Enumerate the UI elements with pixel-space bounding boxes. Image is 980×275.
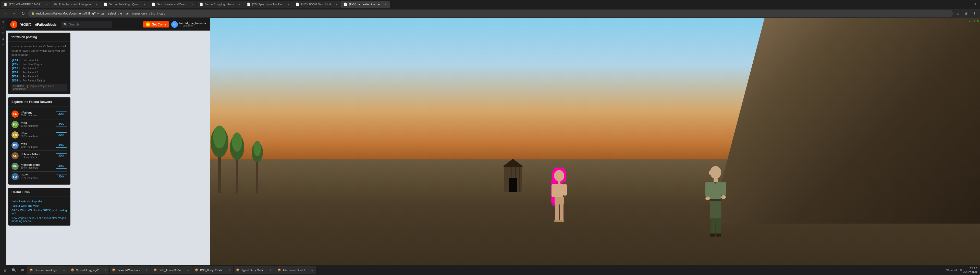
tab-tab2[interactable]: 🎮 Roleplay: start of the gam... ✕ — [51, 1, 101, 8]
join-button[interactable]: JOIN — [56, 153, 67, 158]
tab-close[interactable]: ✕ — [286, 3, 290, 6]
svg-point-32 — [710, 166, 721, 179]
taskbar-download-item[interactable]: 📦 Sexout-Wear-and-T-...7z ∧ — [110, 266, 151, 274]
svg-rect-46 — [716, 234, 721, 237]
search-box[interactable]: 🔍 — [61, 21, 112, 28]
back-button[interactable]: ← — [2, 10, 9, 17]
search-taskbar-button[interactable]: 🔍 — [10, 266, 18, 274]
taskbar-download-item[interactable]: 📦 Type6 Sexy Outfits-...zip ∧ — [234, 266, 275, 274]
start-button[interactable]: ⊞ — [1, 266, 9, 274]
reload-button[interactable]: ↻ — [19, 10, 27, 17]
tab-tab5[interactable]: 📄 SexoutDrugging - Fram... ✕ — [197, 1, 244, 8]
address-bar[interactable]: 🔒 reddit.com/r/FalloutMods/comments/7ffl… — [28, 10, 953, 17]
taskbar-item-label: BN8_Armor-35047-...7z — [159, 269, 185, 272]
game-view: 76 FPS — [210, 18, 980, 275]
tab-title: SexoutDrugging - Fram... — [205, 3, 236, 6]
join-button[interactable]: JOIN — [56, 174, 67, 179]
taskbar-download-item[interactable]: 📦 BN8_Armor-35047-...7z ∧ — [151, 266, 192, 274]
tab-title: EN8's BDSM files - Mod... — [301, 3, 333, 6]
taskbar-chevron-icon[interactable]: ∧ — [103, 269, 107, 272]
tab-close[interactable]: ✕ — [334, 3, 338, 6]
sidebar-btn-5[interactable]: ⊕ — [0, 42, 6, 47]
taskbar-chevron-icon[interactable]: ∧ — [310, 269, 314, 272]
network-card-body: FA r/Fallout 602k members JOIN FO r/fo3 … — [8, 106, 70, 184]
settings-button[interactable]: ⋮ — [971, 10, 978, 17]
taskbar-download-item[interactable]: 📦 BN8_Body-35047-1-0-7z ∧ — [192, 266, 233, 274]
sidebar-btn-1[interactable]: ↺ — [0, 19, 6, 24]
svg-rect-28 — [555, 203, 558, 221]
taskbar-close-button[interactable]: ✕ — [959, 269, 963, 272]
fallout-network-card: Explore the Fallout Network FA r/Fallout… — [8, 97, 70, 185]
new-tab-button[interactable]: + — [972, 1, 979, 8]
taskbar-chevron-icon[interactable]: ∧ — [145, 269, 148, 272]
tab-tab4[interactable]: 📄 Sexout Wear and Tear -... ✕ — [149, 1, 197, 8]
useful-link[interactable]: Fallout Wiki - Nukapedia — [11, 199, 67, 204]
game-shed — [503, 159, 523, 193]
tab-bar: 📋 [274] WE ADDED 6 MOR... ✕ 🎮 Roleplay: … — [0, 0, 980, 9]
network-info: r/classicfallout 8.6k members — [21, 153, 54, 159]
taskbar-chevron-icon[interactable]: ∧ — [228, 269, 231, 272]
tab-close[interactable]: ✕ — [238, 3, 242, 6]
join-button[interactable]: JOIN — [56, 133, 67, 137]
tag-code: [FO4]: — [11, 58, 22, 62]
join-button[interactable]: JOIN — [56, 143, 67, 148]
taskbar-chevron-icon[interactable]: ∧ — [186, 269, 190, 272]
network-info: r/Fallout 602k members — [21, 111, 54, 117]
tab-close[interactable]: ✕ — [45, 3, 48, 6]
tab-close[interactable]: ✕ — [383, 3, 387, 6]
join-button[interactable]: JOIN — [56, 122, 67, 127]
sidebar-btn-4[interactable]: ♟ — [0, 36, 6, 41]
taskbar-download-item[interactable]: 📦 Alternative Start 1-5-...7z ∧ — [275, 266, 316, 274]
tag-desc: For New Vegas — [23, 63, 42, 66]
svg-point-5 — [232, 133, 242, 152]
useful-link[interactable]: New Vegas Nexus - For all your New Vegas… — [11, 216, 67, 223]
bookmark-button[interactable]: ☆ — [955, 10, 962, 17]
network-item: FO r/fo4 203k members JOIN — [11, 140, 67, 151]
taskbar-chevron-icon[interactable]: ∧ — [62, 269, 66, 272]
sidebar-btn-2[interactable]: ☆ — [0, 25, 6, 30]
sidebar-btn-3[interactable]: ⊡ — [0, 30, 6, 36]
browser-chrome: 📋 [274] WE ADDED 6 MOR... ✕ 🎮 Roleplay: … — [0, 0, 980, 18]
subreddit-name[interactable]: r/FalloutMods — [35, 23, 56, 27]
forward-button[interactable]: → — [11, 10, 18, 17]
task-view-button[interactable]: ⧉ — [18, 266, 27, 274]
tab-close[interactable]: ✕ — [95, 3, 98, 6]
search-icon: 🔍 — [63, 23, 67, 26]
nav-actions: ☆ ⊕ ⋮ — [955, 10, 978, 17]
user-info: H harold_the_hamster 13.2k karma — [171, 21, 206, 28]
tag-code: [FOT]: — [11, 79, 22, 82]
show-all-button[interactable]: Show all — [944, 269, 959, 272]
search-input[interactable] — [69, 23, 107, 26]
tab-tab3[interactable]: 📄 Sexout Soliciting - Ques... ✕ — [101, 1, 149, 8]
taskbar-download-item[interactable]: 📦 SexoutDrugging-2-...zip ∧ — [68, 266, 109, 274]
reddit-logo[interactable]: r reddit — [10, 21, 30, 28]
tag-row: [FO1]: For Fallout 1 — [11, 75, 67, 78]
tab-close[interactable]: ✕ — [190, 3, 194, 6]
character-male — [703, 165, 729, 237]
useful-link[interactable]: Fallout Wiki: The Vault — [11, 204, 67, 208]
useful-link[interactable]: GECK Wiki - Wiki for the GECK mod making… — [11, 208, 67, 216]
taskbar-chevron-icon[interactable]: ∧ — [269, 269, 272, 272]
network-item: CL r/classicfallout 8.6k members JOIN — [11, 151, 67, 161]
get-coins-button[interactable]: ✦ Get Coins — [143, 21, 169, 27]
tab-tab7[interactable]: 📄 EN8's BDSM files - Mod... ✕ — [293, 1, 341, 8]
tab-tab1[interactable]: 📋 [274] WE ADDED 6 MOR... ✕ — [1, 1, 51, 8]
join-button[interactable]: JOIN — [56, 112, 67, 116]
taskbar-download-item[interactable]: 📦 Sexout-Soliciting-S-...7z ∧ — [27, 266, 68, 274]
svg-rect-43 — [711, 218, 715, 234]
reddit-logo-icon: r — [10, 21, 18, 28]
svg-point-8 — [253, 141, 261, 156]
tab-tab8[interactable]: 📄 [FNV] cant select the me... ✕ — [341, 1, 390, 8]
tab-favicon: 📄 — [296, 3, 299, 6]
extension-button[interactable]: ⊕ — [963, 10, 970, 17]
join-button[interactable]: JOIN — [56, 164, 67, 169]
tab-tab6[interactable]: 📄 [CB] Spectrumo Toy Pac... ✕ — [244, 1, 293, 8]
header-actions: ✦ Get Coins H harold_the_hamster 13.2k k… — [143, 21, 206, 28]
tab-close[interactable]: ✕ — [143, 3, 146, 6]
flair-card: for which posting Is what you want to cr… — [8, 33, 70, 94]
network-info: r/fo4 203k members — [21, 142, 54, 148]
network-name: r/Fallout — [21, 111, 54, 114]
network-item: FA r/falloutsStore 69.5k members JOIN — [11, 161, 67, 172]
flair-card-body: Is what you want to create? Select posts… — [8, 42, 70, 94]
svg-rect-14 — [509, 178, 517, 192]
